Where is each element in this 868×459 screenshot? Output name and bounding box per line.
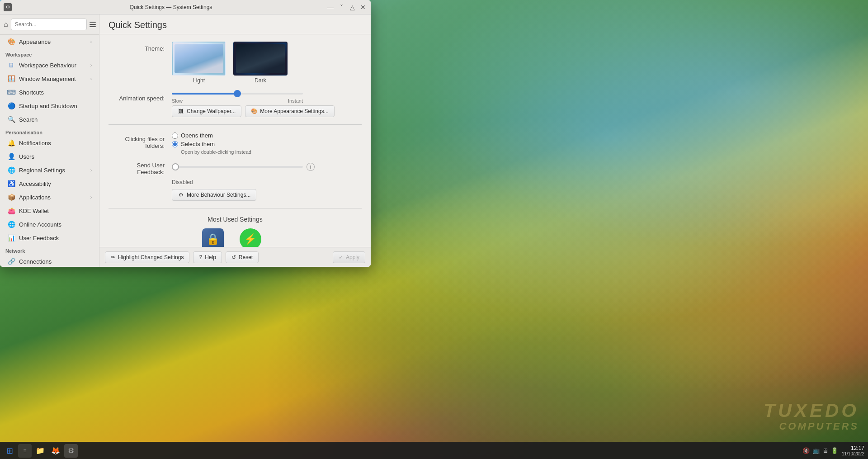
sidebar-label-applications: Applications [19,194,87,201]
tray-icon-1[interactable]: 🔇 [802,447,810,454]
sidebar-item-accessibility[interactable]: ♿ Accessibility [2,177,97,190]
change-wallpaper-button[interactable]: 🖼 Change Wallpaper... [172,105,241,117]
feedback-row: Send User Feedback: i [108,158,362,175]
reset-icon: ↺ [231,254,236,260]
taskbar-right: 🔇 📺 🖥 🔋 12:17 11/10/2022 [802,445,864,456]
sidebar-item-startup-shutdown[interactable]: 🔵 Startup and Shutdown [2,99,97,112]
highlight-icon: ✏ [111,254,115,260]
sidebar-item-notifications[interactable]: 🔔 Notifications [2,137,97,149]
sidebar-label-user-feedback: User Feedback [19,235,92,241]
sidebar-label-users: Users [19,153,92,160]
dark-theme-preview [233,42,288,76]
radio-opens-input[interactable] [172,132,178,139]
window-body: ⌂ 🎨 Appearance › Workspace 🖥 Workspace B… [0,14,371,267]
feedback-slider[interactable] [172,166,303,168]
taskbar-icon-settings[interactable]: ⚙ [64,444,78,458]
sidebar-item-shortcuts[interactable]: ⌨ Shortcuts [2,86,97,99]
sidebar-label-startup-shutdown: Startup and Shutdown [19,103,92,109]
highlight-changed-button[interactable]: ✏ Highlight Changed Settings [105,251,189,263]
shade-button[interactable]: ˅ [337,3,345,11]
notifications-icon: 🔔 [7,139,15,147]
system-tray: 🔇 📺 🖥 🔋 [802,447,838,454]
startup-icon: 🔵 [7,102,15,110]
wallpaper-icon: 🖼 [178,108,184,114]
theme-options: Light Dark [172,42,288,84]
sidebar-item-search[interactable]: 🔍 Search [2,113,97,126]
online-accounts-icon: 🌐 [7,220,15,228]
taskbar-icon-firefox[interactable]: 🦊 [49,444,62,458]
disabled-label: Disabled [172,179,362,185]
light-theme-label: Light [193,77,205,84]
radio-opens-option[interactable]: Opens them [172,132,251,139]
slow-label: Slow [172,98,183,104]
tray-icon-3[interactable]: 🖥 [822,447,828,454]
dark-theme-label: Dark [255,77,266,84]
sidebar-item-regional-settings[interactable]: 🌐 Regional Settings › [2,164,97,176]
titlebar-title: Quick Settings — System Settings [15,4,326,10]
energy-saving-icon: ⚡ [240,228,261,247]
tray-icon-4[interactable]: 🔋 [831,447,838,454]
sidebar-item-user-feedback[interactable]: 📊 User Feedback [2,232,97,244]
most-used-title: Most Used Settings [108,216,362,223]
arrow-icon: › [90,39,92,44]
sidebar-label-regional-settings: Regional Settings [19,167,87,174]
regional-settings-icon: 🌐 [7,166,15,174]
sidebar-item-connections[interactable]: 🔗 Connections [2,255,97,267]
animation-speed-slider[interactable] [172,93,303,95]
maximize-button[interactable]: △ [348,3,356,11]
more-behaviour-button[interactable]: ⚙ More Behaviour Settings... [172,189,256,201]
apply-button[interactable]: ✓ Apply [333,251,365,263]
radio-selects-option[interactable]: Selects them [172,141,251,147]
apply-label: Apply [346,254,359,260]
main-body: Theme: Light Dark [99,34,371,247]
window-footer: ✏ Highlight Changed Settings ? Help ↺ Re… [99,247,371,267]
hamburger-menu-button[interactable] [90,18,96,31]
taskbar-icon-kde[interactable]: ⊞ [3,444,16,458]
most-used-energy-saving[interactable]: ⚡ Energy Saving [233,228,268,247]
search-input[interactable] [11,19,87,30]
reset-button[interactable]: ↺ Reset [226,251,259,263]
theme-light[interactable]: Light [172,42,226,84]
appearance-icon: 🎨 [7,38,15,46]
feedback-info-icon[interactable]: i [307,163,315,171]
search-icon: 🔍 [7,115,15,123]
settings-window: ⚙ Quick Settings — System Settings — ˅ △… [0,0,371,267]
sidebar-label-shortcuts: Shortcuts [19,89,92,96]
sidebar-item-online-accounts[interactable]: 🌐 Online Accounts [2,218,97,231]
more-appearance-button[interactable]: 🎨 More Appearance Settings... [245,105,334,117]
help-button[interactable]: ? Help [193,251,222,263]
close-button[interactable]: ✕ [359,3,367,11]
shortcuts-icon: ⌨ [7,88,15,96]
most-used-grid: 🔒 Screen Locking ⚡ Energy Saving [108,228,362,247]
sidebar-item-appearance[interactable]: 🎨 Appearance › [2,35,97,48]
screen-locking-icon: 🔒 [202,228,224,247]
taskbar: ⊞ ≡ 📁 🦊 ⚙ 🔇 📺 🖥 🔋 12:17 11/10/2022 [0,442,868,459]
taskbar-icon-pager[interactable]: ≡ [18,444,32,458]
radio-selects-input[interactable] [172,141,178,147]
sidebar-item-applications[interactable]: 📦 Applications › [2,191,97,203]
light-theme-preview [172,42,226,76]
more-appearance-icon: 🎨 [251,108,257,114]
clicking-files-row: Clicking files or folders: Opens them Se… [108,132,362,155]
minimize-button[interactable]: — [326,3,335,11]
taskbar-icon-files[interactable]: 📁 [33,444,47,458]
home-button[interactable]: ⌂ [4,18,8,31]
appearance-buttons-row: 🖼 Change Wallpaper... 🎨 More Appearance … [172,105,362,117]
clock-date: 11/10/2022 [842,451,864,456]
animation-speed-control: Slow Instant [172,89,303,104]
clock[interactable]: 12:17 11/10/2022 [842,445,864,456]
feedback-label: Send User Feedback: [108,158,172,175]
sidebar-label-appearance: Appearance [19,38,87,45]
titlebar: ⚙ Quick Settings — System Settings — ˅ △… [0,0,371,14]
tray-icon-2[interactable]: 📺 [812,447,820,454]
sidebar-item-kde-wallet[interactable]: 👛 KDE Wallet [2,204,97,217]
connections-icon: 🔗 [7,257,15,265]
more-behaviour-row: ⚙ More Behaviour Settings... [172,189,362,201]
arrow-icon: › [90,63,92,68]
sidebar-item-workspace-behaviour[interactable]: 🖥 Workspace Behaviour › [2,59,97,71]
sidebar-item-users[interactable]: 👤 Users [2,150,97,163]
sidebar-item-window-management[interactable]: 🪟 Window Management › [2,72,97,85]
theme-dark[interactable]: Dark [233,42,288,84]
most-used-screen-locking[interactable]: 🔒 Screen Locking [202,228,224,247]
main-header: Quick Settings [99,14,371,34]
